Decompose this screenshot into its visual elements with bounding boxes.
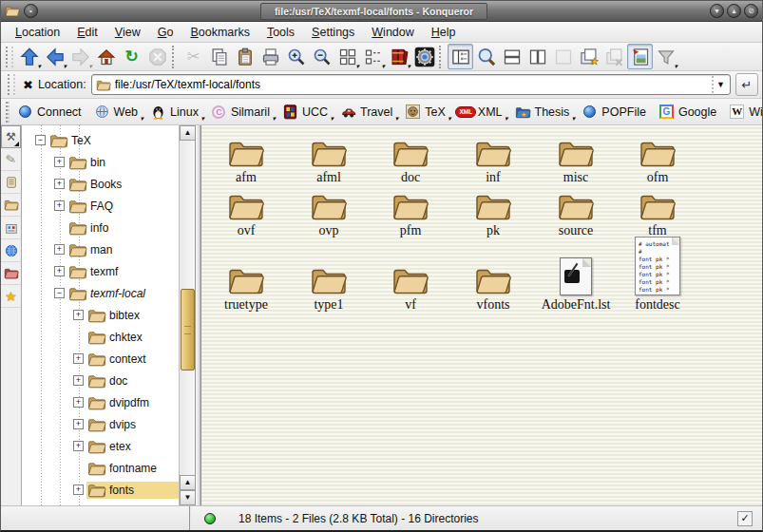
up-button[interactable]: ▾ — [16, 44, 42, 69]
toolbar-drag-handle[interactable] — [6, 47, 13, 67]
tree-item-chktex[interactable]: chktex — [73, 326, 179, 348]
clear-location-button[interactable]: ✖ — [23, 78, 33, 92]
bookmark-linux[interactable]: Linux▾ — [146, 102, 206, 122]
home-button[interactable] — [93, 44, 119, 69]
bookmark-wikipedia[interactable]: WWikipedia — [725, 102, 763, 122]
folder-item-afml[interactable]: afml — [288, 130, 370, 185]
filter-dropdown-icon[interactable]: ▾ — [674, 63, 677, 69]
active-view-checkbox[interactable]: ✓ — [737, 511, 753, 526]
menu-location[interactable]: Location — [7, 24, 68, 41]
zoom-out-button[interactable] — [309, 44, 334, 69]
folder-item-vf[interactable]: vf — [370, 235, 451, 313]
image-preview-button[interactable] — [627, 44, 653, 69]
bookmark-google[interactable]: GGoogle — [655, 102, 724, 122]
bookmarks-button[interactable]: ▾ — [386, 44, 411, 69]
folder-item-doc[interactable]: doc — [370, 130, 451, 185]
close-button[interactable]: ⊘ — [744, 4, 758, 18]
icon-view-dropdown-icon[interactable]: ▾ — [355, 63, 359, 69]
paste-button[interactable] — [232, 44, 258, 69]
tree-item-context[interactable]: +context — [73, 348, 179, 370]
sidebar-network-button[interactable] — [1, 239, 21, 262]
menu-window[interactable]: Window — [363, 24, 422, 41]
menu-edit[interactable]: Edit — [68, 24, 106, 41]
sticky-button[interactable]: • — [24, 4, 38, 18]
split-view-left-right-button[interactable] — [525, 44, 550, 69]
bookmark-ucc[interactable]: UCC▾ — [278, 102, 335, 122]
menu-help[interactable]: Help — [423, 24, 465, 41]
sidebar-root-folder-button[interactable] — [1, 262, 21, 285]
maximize-button[interactable]: ▴ — [727, 4, 741, 18]
sidebar-services-button[interactable] — [1, 217, 21, 239]
bookmark-tex[interactable]: TeX▾ — [401, 102, 453, 122]
show-navigation-panel-button[interactable] — [448, 44, 473, 69]
up-dropdown-icon[interactable]: ▾ — [37, 63, 41, 69]
scroll-up-button[interactable]: ▲ — [180, 125, 196, 141]
location-value[interactable]: file:/usr/TeX/texmf-local/fonts — [115, 78, 708, 91]
minimize-button[interactable]: ▾ — [710, 4, 724, 18]
print-button[interactable] — [258, 44, 283, 69]
folder-item-ofm[interactable]: ofm — [617, 130, 698, 185]
tree-item-fonts[interactable]: +fonts — [73, 479, 179, 501]
folder-item-misc[interactable]: misc — [535, 130, 617, 185]
copy-button[interactable] — [206, 44, 232, 69]
kde-gear-button[interactable] — [411, 44, 437, 69]
tree-item-books[interactable]: +Books — [54, 173, 179, 195]
folder-item-vfonts[interactable]: vfonts — [452, 235, 534, 313]
bookmark-drag-handle[interactable] — [6, 102, 10, 123]
folder-item-type1[interactable]: type1 — [288, 235, 370, 313]
split-view-top-bottom-button[interactable] — [499, 44, 525, 69]
reload-button[interactable]: ↻ — [119, 44, 144, 69]
bookmark-xml[interactable]: XMLXML▾ — [454, 102, 510, 122]
folder-item-truetype[interactable]: truetype — [205, 235, 287, 313]
bookmarks-dropdown-icon[interactable]: ▾ — [407, 63, 410, 69]
tree-item-info[interactable]: info — [54, 217, 179, 238]
back-dropdown-icon[interactable]: ▾ — [63, 63, 67, 69]
menu-go[interactable]: Go — [149, 24, 182, 41]
multicolumn-view-button[interactable]: ▾ — [360, 44, 386, 69]
folder-icon-view[interactable]: afm afml doc inf misc ofm ovf ovp pfm pk… — [200, 125, 762, 505]
folder-item-afm[interactable]: afm — [205, 130, 287, 185]
tree-item-doc[interactable]: +doc — [73, 370, 179, 391]
sidebar-configure-button[interactable]: ⚒ — [1, 125, 21, 148]
tree-item-man[interactable]: +man — [54, 238, 179, 260]
scroll-up-button-2[interactable]: ▲ — [180, 475, 196, 490]
sidebar-home-folder-button[interactable] — [1, 194, 21, 217]
icon-view-button[interactable]: ▾ — [334, 44, 360, 69]
bookmark-web[interactable]: Web▾ — [90, 102, 145, 122]
folder-item-inf[interactable]: inf — [452, 130, 534, 185]
tree-item-tex[interactable]: −TeX — [35, 129, 179, 151]
sidebar-history-button[interactable] — [1, 171, 21, 194]
location-drag-handle[interactable] — [8, 74, 15, 95]
tree-scrollbar[interactable]: ▲ ▲ ▼ — [179, 125, 195, 505]
folder-item-ovp[interactable]: ovp — [288, 183, 370, 238]
scrollbar-thumb[interactable] — [181, 289, 195, 370]
go-button[interactable]: ↵ — [735, 73, 758, 96]
bookmark-silmaril[interactable]: CSilmaril▾ — [207, 102, 277, 122]
tree-item-etex[interactable]: +etex — [73, 435, 179, 457]
title-bar[interactable]: • file:/usr/TeX/texmf-local/fonts - Konq… — [1, 1, 762, 22]
bookmark-thesis[interactable]: ★Thesis▾ — [511, 102, 578, 122]
location-input[interactable]: file:/usr/TeX/texmf-local/fonts ▼ — [91, 74, 731, 95]
multicolumn-dropdown-icon[interactable]: ▾ — [381, 63, 385, 69]
folder-item-tfm[interactable]: tfm — [617, 183, 698, 238]
folder-item-source[interactable]: source — [535, 183, 617, 238]
new-tab-button[interactable]: ★ — [576, 44, 601, 69]
scroll-down-button[interactable]: ▼ — [180, 490, 196, 505]
find-file-button[interactable] — [473, 44, 499, 69]
menu-settings[interactable]: Settings — [303, 24, 363, 41]
tree-item-faq[interactable]: +FAQ — [54, 195, 179, 217]
folder-item-ovf[interactable]: ovf — [205, 183, 287, 238]
menu-tools[interactable]: Tools — [258, 24, 303, 41]
tree-item-dvipdfm[interactable]: +dvipdfm — [73, 391, 179, 413]
folder-item-pk[interactable]: pk — [452, 183, 534, 238]
tree-item-texmf-local[interactable]: −texmf-local — [54, 282, 179, 304]
folder-item-pfm[interactable]: pfm — [370, 183, 451, 238]
tree-item-bibtex[interactable]: +bibtex — [73, 304, 179, 326]
bookmark-travel[interactable]: Travel▾ — [336, 102, 400, 122]
bookmark-connect[interactable]: Connect — [13, 102, 89, 122]
bookmark-popfile[interactable]: POPFile — [578, 102, 654, 122]
sidebar-bookmarks-editor-button[interactable]: ✎ — [1, 148, 21, 171]
file-item-fontdesc[interactable]: # automat#font pk *font pk *font pk *fon… — [617, 235, 698, 313]
zoom-in-button[interactable] — [283, 44, 309, 69]
sidebar-bookmarks-button[interactable]: ★ — [1, 285, 21, 308]
